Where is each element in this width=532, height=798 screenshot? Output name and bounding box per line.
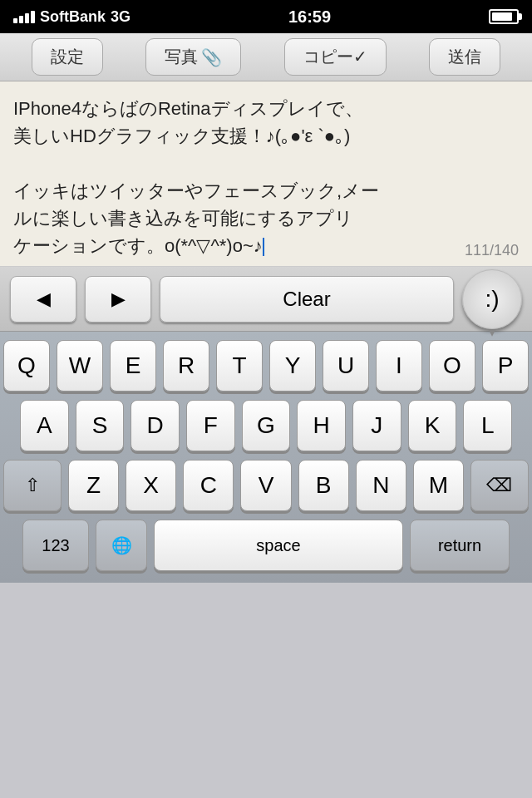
cursor-right-button[interactable]: ▶ [85,276,151,323]
cursor-left-button[interactable]: ◀ [10,276,76,323]
shift-icon: ⇧ [25,475,40,496]
key-k[interactable]: K [408,400,457,451]
key-p[interactable]: P [482,340,529,392]
network-label: 3G [111,8,131,26]
left-arrow-icon: ◀ [37,288,51,310]
key-z[interactable]: Z [68,460,119,511]
key-h[interactable]: H [297,400,346,451]
globe-icon: 🌐 [111,535,132,555]
clear-label: Clear [283,288,330,311]
shift-key[interactable]: ⇧ [3,460,62,511]
send-label: 送信 [448,46,481,68]
key-b[interactable]: B [298,460,349,511]
key-m[interactable]: M [413,460,464,511]
key-j[interactable]: J [352,400,401,451]
key-i[interactable]: I [376,340,422,392]
key-o[interactable]: O [429,340,475,392]
keyboard-row-4: 123 🌐 space return [3,520,529,571]
settings-button[interactable]: 設定 [32,38,103,76]
char-count: 111/140 [465,242,519,259]
key-g[interactable]: G [242,400,291,451]
text-line1: IPhone4ならばのRetinaディスプレイで、 [13,98,363,119]
delete-icon: ⌫ [486,475,512,496]
text-line6: ケーションです。o(*^▽^*)o~♪ [13,235,263,256]
return-label: return [438,536,481,555]
status-bar: SoftBank 3G 16:59 [0,0,532,33]
key-u[interactable]: U [323,340,369,392]
keyboard-row-2: A S D F G H J K L [3,400,529,451]
key-e[interactable]: E [110,340,156,392]
key-a[interactable]: A [20,400,69,451]
text-area-container[interactable]: IPhone4ならばのRetinaディスプレイで、 美しいHDグラフィック支援！… [0,81,532,267]
key-f[interactable]: F [186,400,235,451]
keyboard: Q W E R T Y U I O P A S D F G H J K L ⇧ … [0,332,532,583]
keyboard-row-3: ⇧ Z X C V B N M ⌫ [3,460,529,511]
clear-button[interactable]: Clear [160,276,454,323]
settings-label: 設定 [51,46,84,68]
delete-key[interactable]: ⌫ [470,460,529,511]
status-left: SoftBank 3G [13,8,131,26]
num-label: 123 [42,536,69,555]
status-time: 16:59 [288,7,331,27]
text-cursor [263,238,264,256]
copy-label: コピー✓ [303,46,367,68]
text-line5: ルに楽しい書き込みを可能にするアプリ [13,208,353,229]
key-r[interactable]: R [163,340,209,392]
signal-icon [13,11,35,23]
emoji-face-icon: :) [485,286,499,313]
emoji-button[interactable]: :) [462,269,522,329]
text-line4: イッキはツイッターやフェースブック,メー [13,180,379,201]
key-t[interactable]: T [216,340,263,392]
key-c[interactable]: C [183,460,234,511]
key-n[interactable]: N [356,460,406,511]
battery-icon [489,9,519,24]
key-q[interactable]: Q [3,340,50,392]
globe-key[interactable]: 🌐 [96,520,147,571]
key-d[interactable]: D [131,400,180,451]
key-v[interactable]: V [240,460,291,511]
space-label: space [256,536,300,555]
return-key[interactable]: return [410,520,510,571]
photo-button[interactable]: 写真 📎 [145,38,241,76]
paperclip-icon: 📎 [201,47,222,67]
controls-row: ◀ ▶ Clear :) [0,267,532,332]
copy-button[interactable]: コピー✓ [284,38,387,76]
photo-label: 写真 [165,46,198,68]
right-arrow-icon: ▶ [111,288,126,310]
key-s[interactable]: S [76,400,125,451]
key-x[interactable]: X [126,460,176,511]
send-button[interactable]: 送信 [429,38,500,76]
status-right [489,9,519,24]
keyboard-row-1: Q W E R T Y U I O P [3,340,529,392]
num-key[interactable]: 123 [22,520,89,571]
key-l[interactable]: L [463,400,512,451]
toolbar: 設定 写真 📎 コピー✓ 送信 [0,33,532,81]
carrier-label: SoftBank [40,8,106,26]
text-content[interactable]: IPhone4ならばのRetinaディスプレイで、 美しいHDグラフィック支援！… [13,95,519,259]
key-w[interactable]: W [57,340,103,392]
key-y[interactable]: Y [269,340,316,392]
text-line2: 美しいHDグラフィック支援！♪(｡●'ε `●｡) [13,126,350,146]
space-key[interactable]: space [154,520,403,571]
